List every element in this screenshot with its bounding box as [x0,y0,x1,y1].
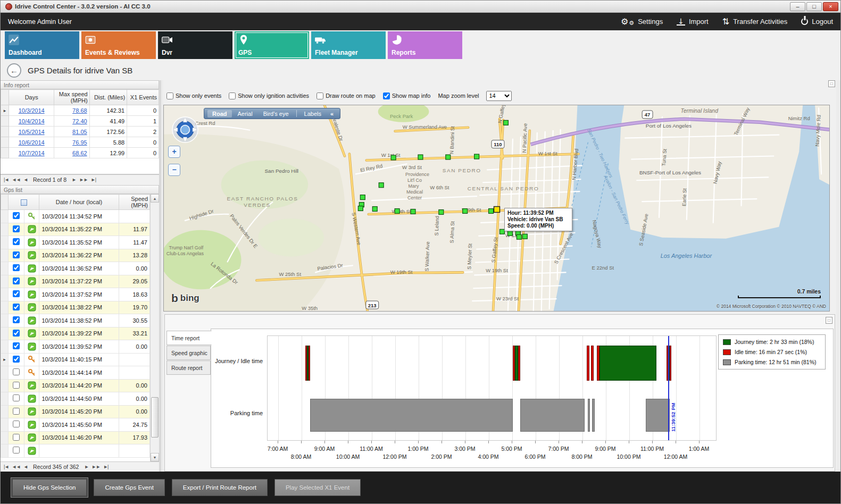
table-row[interactable] [1,444,150,458]
gps-marker[interactable] [391,155,396,160]
table-row[interactable]: 10/3/2014 11:38:22 PM19.70 [1,301,150,314]
gps-marker[interactable] [517,234,521,239]
bing-map[interactable]: 11047213 Peck ParkW Summerland AveCrest … [163,105,830,312]
table-row[interactable]: 10/3/2014 11:35:52 PM11.47 [1,236,150,249]
column-header-speed[interactable]: Speed (MPH) [119,195,149,210]
table-row[interactable]: 10/3/2014 11:39:52 PM0.00 [1,340,150,354]
tab-events-reviews[interactable]: Events & Reviews [81,31,156,59]
play-selected-x1-event-button[interactable]: Play Selected X1 Event [274,479,361,496]
table-row[interactable]: 10/5/201481.05172.562 [1,127,159,137]
row-checkbox[interactable] [13,316,20,323]
tab-dashboard[interactable]: Dashboard [5,31,79,59]
gps-marker[interactable] [372,207,377,212]
import-button[interactable]: ↓ Import [677,18,709,26]
map-zoom-select[interactable]: 14 [486,91,512,101]
day-link[interactable]: 10/4/2014 [19,118,45,124]
max-speed-link[interactable]: 76.95 [72,139,87,146]
collapse-tabs-icon[interactable]: « [327,111,337,117]
export-print-route-report-button[interactable]: Export / Print Route Report [172,479,268,496]
back-button[interactable]: ← [7,63,21,78]
max-speed-link[interactable]: 68.62 [72,150,87,156]
nav-next-button[interactable]: ► [72,177,76,182]
option-show-map-info[interactable]: Show map info [383,93,431,99]
map-compass-control[interactable] [171,116,199,146]
show-map-info-checkbox[interactable] [383,93,390,99]
table-row[interactable]: 10/3/2014 11:44:14 PM [1,366,150,380]
row-checkbox[interactable] [13,330,20,337]
nav-prev-page-button[interactable]: ◄◄ [12,177,20,182]
row-checkbox[interactable] [13,212,20,219]
column-header-dist[interactable]: Dist. (Miles) [89,90,127,105]
table-row[interactable]: 10/4/201472.4041.491 [1,116,159,127]
day-link[interactable]: 10/3/2014 [19,107,45,114]
table-row[interactable]: 10/3/2014 11:37:52 PM18.63 [1,288,150,301]
row-checkbox[interactable] [13,447,20,453]
table-row[interactable]: 10/3/2014 11:44:50 PM0.00 [1,392,150,406]
draw-route-checkbox[interactable] [317,93,323,99]
row-checkbox[interactable] [13,368,20,375]
gps-marker[interactable] [522,234,527,239]
map-view-labels[interactable]: Labels [299,110,326,117]
table-row[interactable]: 10/3/2014 11:46:20 PM17.93 [1,431,150,444]
show-only-ignition-checkbox[interactable] [229,93,236,99]
column-header-days[interactable]: Days [9,90,54,105]
option-draw-route[interactable]: Draw route on map [317,93,376,99]
nav-next-page-button[interactable]: ►► [79,177,88,182]
map-zoom-out-button[interactable]: − [168,164,180,176]
row-checkbox[interactable] [13,238,20,245]
gps-marker[interactable] [418,155,423,159]
tab-gps[interactable]: GPS [235,31,309,59]
select-all-header[interactable] [9,195,39,210]
row-checkbox[interactable] [13,290,20,297]
show-only-events-checkbox[interactable] [166,93,173,99]
transfer-activities-button[interactable]: ⇅ Transfer Activities [722,18,788,26]
day-link[interactable]: 10/6/2014 [19,139,45,146]
table-row[interactable]: 10/7/201468.6212.990 [1,148,159,158]
table-row[interactable]: 10/6/201476.955.880 [1,137,159,148]
chart-panel-expand-button[interactable]: □ [826,317,832,324]
map-canvas[interactable]: 11047213 Peck ParkW Summerland AveCrest … [164,105,829,311]
nav-prev-page-button[interactable]: ◄◄ [12,464,20,469]
map-view-birds-eye[interactable]: Bird's eye [259,110,294,117]
select-all-icon[interactable] [21,199,27,206]
day-link[interactable]: 10/7/2014 [19,150,45,156]
row-checkbox[interactable] [13,304,20,310]
row-checkbox[interactable] [13,225,20,232]
gps-marker[interactable] [503,120,508,125]
gps-marker[interactable] [507,231,512,236]
minimize-button[interactable]: – [790,2,805,11]
gps-marker[interactable] [360,195,365,200]
tab-route-report[interactable]: Route report [166,360,211,375]
gps-marker-selected[interactable] [494,207,500,213]
gps-marker[interactable] [395,208,399,213]
max-speed-link[interactable]: 78.68 [72,107,87,114]
nav-prev-button[interactable]: ◄ [23,177,28,182]
vertical-scrollbar[interactable]: ▲ ▼ [150,194,159,461]
nav-last-button[interactable]: ►| [103,464,108,469]
table-row[interactable]: 10/3/2014 11:34:52 PM [1,210,150,223]
scroll-down-icon[interactable]: ▼ [151,453,159,461]
option-show-only-ignition[interactable]: Show only ignition activities [229,93,309,99]
column-header-datetime[interactable]: Date / hour (local) [39,195,119,210]
settings-button[interactable]: ⚙⚙ Settings [621,16,663,28]
hide-gps-selection-button[interactable]: Hide Gps Selection [12,479,87,496]
table-row[interactable]: 10/3/2014 11:36:22 PM13.28 [1,249,150,262]
gps-marker[interactable] [411,209,415,214]
table-row[interactable]: 10/3/2014 11:45:20 PM0.00 [1,405,150,418]
map-panel-expand-button[interactable]: □ [828,80,835,87]
gps-marker[interactable] [474,154,479,159]
maximize-button[interactable]: □ [806,2,822,11]
table-row[interactable]: 10/3/2014 11:35:22 PM11.97 [1,223,150,236]
tab-speed-graphic[interactable]: Speed graphic [166,346,211,360]
row-checkbox[interactable] [13,382,20,389]
row-checkbox[interactable] [13,408,20,415]
tab-time-report[interactable]: Time report [166,331,212,345]
row-checkbox[interactable] [13,342,20,349]
tab-dvr[interactable]: Dvr [158,31,232,59]
nav-next-button[interactable]: ► [84,464,88,469]
table-row[interactable]: 10/3/2014 11:36:52 PM0.00 [1,262,150,275]
row-checkbox[interactable] [13,278,20,284]
table-row[interactable]: 10/3/2014 11:39:22 PM33.21 [1,327,150,340]
create-gps-event-button[interactable]: Create Gps Event [94,479,164,496]
nav-first-button[interactable]: |◄ [4,464,9,469]
